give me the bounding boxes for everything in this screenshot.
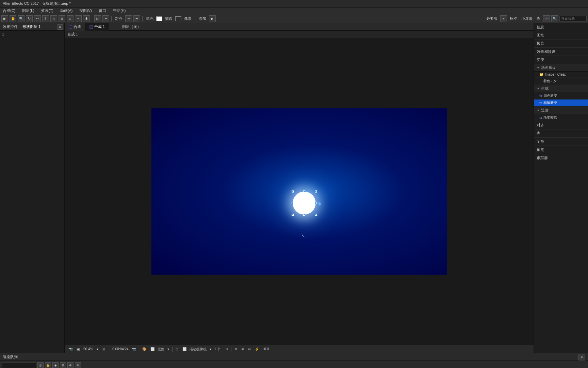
timeline-lock[interactable]: 🔒 <box>45 362 51 368</box>
panel-library[interactable]: 库 <box>534 129 588 138</box>
preview-controls: 📷 ▣ 56.4% ▾ ⊞ 0:00:04:24 📷 🎨 ⬜ 完整 ▾ ⊡ ⬜ … <box>65 345 534 353</box>
timeline-search[interactable] <box>2 363 36 368</box>
preview-ruler[interactable]: ⬜ <box>181 347 187 351</box>
menu-help[interactable]: 帮助(H) <box>112 7 127 14</box>
preview-ctrl-camera[interactable]: 📷 <box>67 347 74 351</box>
camera-dropdown[interactable]: ▾ <box>209 347 212 351</box>
search-btn[interactable]: 🔍 <box>551 15 558 22</box>
fill-label: 填充 <box>145 16 155 21</box>
comp-name-tab: 合成 1 <box>65 31 534 38</box>
panel-tracker[interactable]: 跟踪器 <box>534 154 588 162</box>
offset-label: +0.0 <box>262 347 269 351</box>
timeline-expand[interactable]: ⊕ <box>67 362 74 368</box>
section-arrow: ▼ <box>537 66 540 70</box>
align-left[interactable]: ⊣ <box>125 15 132 22</box>
timeline-columns[interactable]: ⊟ <box>60 362 66 368</box>
views-dropdown[interactable]: ▾ <box>225 347 229 351</box>
panel-brushes[interactable]: 画笔 <box>534 31 588 40</box>
sub-color-sunset[interactable]: 着色 - 夕 <box>534 78 588 85</box>
section-animation-presets[interactable]: ▼ 动画预设 <box>534 64 588 72</box>
preview-safe-zones[interactable]: ⊡ <box>175 347 179 351</box>
sub-four-color-grad[interactable]: fx 四色新变 <box>534 92 588 99</box>
preview-color-picker[interactable]: 🎨 <box>141 347 147 351</box>
tab-shape-layer[interactable]: 形状图层 1 <box>21 24 42 30</box>
stroke-label: 描边 <box>164 16 174 21</box>
menu-bar: 合成(C) 图层(L) 效果(T) 动画(A) 视图(V) 窗口 帮助(H) <box>0 7 588 14</box>
panel-effects-presets[interactable]: 效果和预设 <box>534 48 588 56</box>
handle-top-left[interactable] <box>292 190 294 193</box>
sub-gradient-wipe[interactable]: fx 渐变擦除 <box>534 114 588 121</box>
tool-brush[interactable]: ∿ <box>50 15 57 22</box>
panel-info[interactable]: 信息 <box>534 23 588 31</box>
panel-transform[interactable]: 变变 <box>534 56 588 64</box>
panel-character[interactable]: 字符 <box>534 138 588 146</box>
handle-top-mid[interactable] <box>303 190 305 193</box>
tool-shape2[interactable]: ▾ <box>102 15 109 22</box>
preview-snapshot[interactable]: 📷 <box>131 347 137 351</box>
required-label: 必要项 <box>485 16 499 21</box>
anchor-point[interactable] <box>317 202 321 205</box>
preview-tabs: 合成 合成 1 图层（无） <box>65 23 534 31</box>
fill-color[interactable] <box>156 16 162 21</box>
menu-composition[interactable]: 合成(C) <box>1 7 17 14</box>
menu-effects[interactable]: 效果(T) <box>40 7 55 14</box>
required-menu[interactable]: ≡ <box>500 15 507 22</box>
tool-rotate[interactable]: ↻ <box>26 15 33 22</box>
preview-grid[interactable]: ⊞ <box>101 347 106 351</box>
panel-align[interactable]: 对齐 <box>534 121 588 129</box>
handle-mid-left[interactable] <box>292 202 294 204</box>
search-input[interactable] <box>559 16 587 21</box>
shape-layer-circle[interactable] <box>293 191 316 215</box>
panel-preview2[interactable]: 预览 <box>534 146 588 154</box>
menu-animation[interactable]: 动画(A) <box>59 7 74 14</box>
preview-3d-1[interactable]: ⊕ <box>233 347 238 351</box>
tool-shape1[interactable]: ▷ <box>94 15 101 22</box>
section-gen-label: 生成 <box>541 86 549 91</box>
timeline-solo[interactable]: ◎ <box>37 362 44 368</box>
tool-eraser[interactable]: ◇ <box>67 15 74 22</box>
add-btn[interactable]: ▶ <box>209 15 216 22</box>
timeline-collapse[interactable]: ⊖ <box>75 362 81 368</box>
tool-zoom[interactable]: 🔍 <box>18 15 24 22</box>
stroke-color[interactable] <box>175 16 181 21</box>
sub-image-creat[interactable]: 📁 Image - Creat <box>534 72 588 78</box>
zoom-dropdown[interactable]: ▾ <box>96 347 99 351</box>
preview-3d-2[interactable]: ⊗ <box>240 347 245 351</box>
menu-layer[interactable]: 图层(L) <box>21 7 35 14</box>
render-queue-menu[interactable]: ≡ <box>578 354 585 361</box>
tool-pen[interactable]: ✏ <box>34 15 41 22</box>
panel-preview[interactable]: 预览 <box>534 40 588 48</box>
panel-menu-btn[interactable]: ≡ <box>58 24 63 30</box>
handle-mid-right[interactable] <box>315 202 317 204</box>
preview-fast-preview[interactable]: ⚡ <box>254 347 260 351</box>
handle-bot-left[interactable] <box>292 214 294 216</box>
tab-comp1-active[interactable]: 合成 1 <box>85 23 109 31</box>
tool-text[interactable]: T <box>42 15 49 22</box>
handle-bot-right[interactable] <box>315 214 317 216</box>
preview-transparency[interactable]: ⬜ <box>149 347 156 351</box>
tab-comp-inactive[interactable]: 合成 <box>65 23 85 31</box>
menu-window[interactable]: 窗口 <box>97 7 108 14</box>
handle-bot-mid[interactable] <box>303 214 305 216</box>
section-generate[interactable]: ▼ 生成 <box>534 85 588 92</box>
tool-select[interactable]: ▶ <box>1 15 8 22</box>
tool-roto[interactable]: ⌖ <box>75 15 82 22</box>
quality-dropdown[interactable]: ▾ <box>166 347 170 351</box>
section-transition[interactable]: ▼ 过渡 <box>534 107 588 114</box>
handle-top-right[interactable] <box>315 190 317 193</box>
timeline-graph[interactable]: ◈ <box>52 362 59 368</box>
align-center-h[interactable]: ⊢ <box>133 15 140 22</box>
right-panel: 信息 画笔 预览 效果和预设 变变 ▼ 动画预设 📁 Image - Creat… <box>534 23 588 353</box>
tool-hand[interactable]: ✋ <box>10 15 16 22</box>
preview-gizmo[interactable]: ⊙ <box>247 347 252 351</box>
menu-view[interactable]: 视图(V) <box>78 7 93 14</box>
tool-clone[interactable]: ⊕ <box>59 15 65 22</box>
preview-ctrl-display[interactable]: ▣ <box>76 347 81 351</box>
effect-icon-ramp: fx <box>539 101 542 105</box>
preview-zoom: 56.4% <box>83 347 94 351</box>
sub-ramp[interactable]: fx 精氨新变 <box>534 99 588 107</box>
more-btn[interactable]: >> <box>543 15 550 22</box>
tool-puppet[interactable]: ✱ <box>83 15 90 22</box>
preview-time-display[interactable] <box>108 349 110 350</box>
tab-effects-controls[interactable]: 效果控件 <box>1 24 19 30</box>
